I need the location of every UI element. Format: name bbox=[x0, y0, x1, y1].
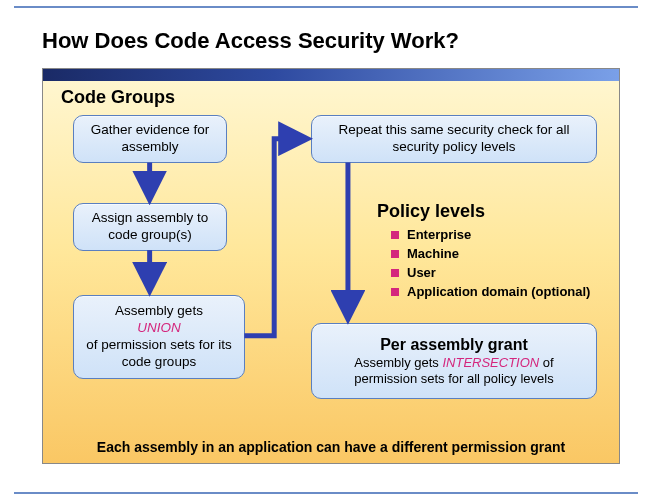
panel-body: Code Groups Gather evidence for assembly… bbox=[43, 81, 619, 463]
node-assign-code-group: Assign assembly to code group(s) bbox=[73, 203, 227, 251]
panel-header-bar bbox=[43, 69, 619, 81]
policy-levels-heading: Policy levels bbox=[377, 201, 485, 222]
node-heading: Per assembly grant bbox=[380, 335, 528, 355]
diagram-panel: Code Groups Gather evidence for assembly… bbox=[42, 68, 620, 464]
node-text: Assign assembly to code group(s) bbox=[84, 210, 216, 244]
node-repeat-security-check: Repeat this same security check for all … bbox=[311, 115, 597, 163]
node-gather-evidence: Gather evidence for assembly bbox=[73, 115, 227, 163]
section-title: Code Groups bbox=[61, 87, 175, 108]
policy-item: Enterprise bbox=[391, 227, 590, 242]
footer-caption: Each assembly in an application can have… bbox=[43, 439, 619, 455]
slide-title: How Does Code Access Security Work? bbox=[42, 28, 459, 54]
policy-item: Application domain (optional) bbox=[391, 284, 590, 299]
bottom-rule bbox=[14, 492, 638, 494]
node-text: Assembly gets INTERSECTION of permission… bbox=[322, 355, 586, 388]
policy-levels-list: Enterprise Machine User Application doma… bbox=[391, 227, 590, 303]
node-union-permission-sets: Assembly gets UNION of permission sets f… bbox=[73, 295, 245, 379]
policy-item: User bbox=[391, 265, 590, 280]
policy-item: Machine bbox=[391, 246, 590, 261]
node-text: Gather evidence for assembly bbox=[84, 122, 216, 156]
node-text: Assembly gets UNION of permission sets f… bbox=[84, 303, 234, 371]
node-per-assembly-grant: Per assembly grant Assembly gets INTERSE… bbox=[311, 323, 597, 399]
top-rule bbox=[14, 6, 638, 8]
node-text: Repeat this same security check for all … bbox=[322, 122, 586, 156]
